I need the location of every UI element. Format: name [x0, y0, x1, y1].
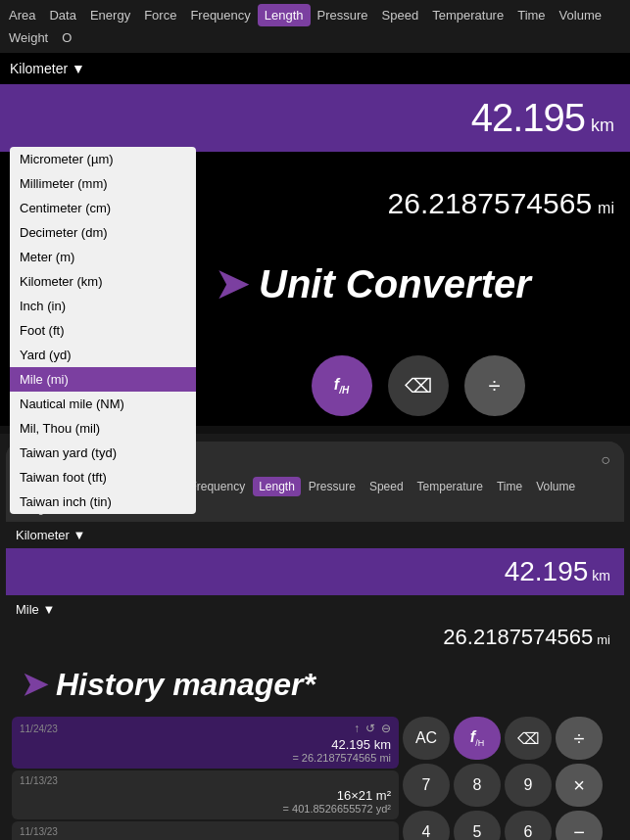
- calc-key-7[interactable]: 7: [403, 764, 450, 807]
- calc-key-label: 9: [524, 776, 533, 794]
- calc-key-label: 8: [473, 776, 482, 794]
- dropdown-list: Micrometer (µm)Millimeter (mm)Centimeter…: [10, 147, 196, 514]
- expand-icon[interactable]: ○: [601, 451, 610, 469]
- history-main-value: 42.195 km: [20, 737, 391, 752]
- bottom-nav-length[interactable]: Length: [253, 477, 301, 496]
- dropdown-item[interactable]: Centimeter (cm): [10, 196, 196, 220]
- dropdown-item[interactable]: Millimeter (mm): [10, 171, 196, 196]
- banner: ➤ Unit Converter: [216, 261, 531, 306]
- dropdown-item[interactable]: Micrometer (µm): [10, 147, 196, 171]
- calc-key-[interactable]: ×: [556, 764, 603, 807]
- calc-key-label: 6: [524, 823, 533, 840]
- calc-key-label: f/H: [470, 728, 484, 748]
- result-display: 42.195 km: [0, 84, 630, 152]
- banner2-area: ➤ History manager*: [6, 656, 624, 713]
- history-item[interactable]: 11/24/23↑↺⊖42.195 km= 26.2187574565 mi: [12, 717, 399, 769]
- calc-row: 456−: [403, 811, 618, 840]
- history-sub-value: = 401.8526655572 yd²: [20, 803, 391, 815]
- calc-key-label: ⌫: [517, 729, 540, 748]
- history-action-icon[interactable]: ⊖: [381, 722, 391, 735]
- result-value: 42.195: [471, 96, 585, 140]
- nav-item-speed[interactable]: Speed: [375, 4, 426, 26]
- nav-item-force[interactable]: Force: [137, 4, 183, 26]
- function-button[interactable]: f/H: [312, 355, 372, 416]
- banner-arrow: ➤: [216, 261, 249, 306]
- bottom-from-unit-label: mi: [597, 632, 610, 647]
- dropdown-item[interactable]: Nautical mile (NM): [10, 392, 196, 416]
- bottom-result-display: 42.195 km: [6, 548, 624, 595]
- history-date: 11/13/23: [20, 826, 58, 837]
- nav-item-weight[interactable]: Weight: [2, 26, 55, 49]
- divide-icon: ÷: [488, 373, 500, 398]
- nav-item-o[interactable]: O: [55, 26, 78, 49]
- bottom-to-unit-button[interactable]: Kilometer ▼: [16, 528, 85, 542]
- history-action-icon[interactable]: ↑: [354, 722, 360, 735]
- calc-key-label: ×: [573, 774, 585, 797]
- calc-key-9[interactable]: 9: [505, 764, 552, 807]
- calc-key-label: ÷: [574, 727, 585, 750]
- dropdown-item[interactable]: Yard (yd): [10, 343, 196, 367]
- calc-key-4[interactable]: 4: [403, 811, 450, 840]
- nav-item-energy[interactable]: Energy: [83, 4, 137, 26]
- bottom-result-value: 42.195: [505, 556, 589, 587]
- bottom-nav-time[interactable]: Time: [491, 477, 528, 496]
- nav-item-pressure[interactable]: Pressure: [311, 4, 375, 26]
- bottom-result-unit: km: [592, 568, 610, 583]
- bottom-from-button[interactable]: Mile ▼: [16, 602, 55, 617]
- to-unit-selector: Kilometer ▼: [0, 53, 630, 84]
- bottom-nav-speed[interactable]: Speed: [363, 477, 410, 496]
- calc-key-[interactable]: ÷: [556, 717, 603, 760]
- dropdown-item[interactable]: Taiwan yard (tyd): [10, 441, 196, 465]
- dropdown-item[interactable]: Mil, Thou (mil): [10, 416, 196, 441]
- calc-key-8[interactable]: 8: [454, 764, 501, 807]
- bottom-nav-volume[interactable]: Volume: [530, 477, 581, 496]
- function-label: f/H: [334, 376, 349, 396]
- top-section: AreaDataEnergyForceFrequencyLengthPressu…: [0, 0, 630, 426]
- from-result-unit: mi: [598, 200, 614, 217]
- divide-button[interactable]: ÷: [464, 355, 525, 416]
- bottom-from-result: 26.2187574565 mi: [6, 623, 624, 656]
- dropdown-item[interactable]: Decimeter (dm): [10, 220, 196, 245]
- nav-item-data[interactable]: Data: [42, 4, 82, 26]
- to-unit-button[interactable]: Kilometer ▼: [10, 61, 85, 76]
- from-result-value: 26.2187574565: [388, 187, 593, 220]
- dropdown-item[interactable]: Mile (mi): [10, 367, 196, 392]
- calc-key-[interactable]: ⌫: [505, 717, 552, 760]
- history-action-icon[interactable]: ↺: [365, 722, 375, 735]
- dropdown-item[interactable]: Kilometer (km): [10, 269, 196, 294]
- nav-item-area[interactable]: Area: [2, 4, 42, 26]
- nav-item-temperature[interactable]: Temperature: [425, 4, 510, 26]
- dropdown-item[interactable]: Foot (ft): [10, 318, 196, 343]
- calc-key-5[interactable]: 5: [454, 811, 501, 840]
- dropdown-item[interactable]: Taiwan inch (tin): [10, 490, 196, 514]
- banner-label: Unit Converter: [259, 262, 531, 306]
- dropdown-item[interactable]: Meter (m): [10, 245, 196, 269]
- nav-item-length[interactable]: Length: [258, 4, 311, 26]
- bottom-to-unit-selector: Kilometer ▼: [6, 522, 624, 548]
- calc-row: 789×: [403, 764, 618, 807]
- nav-item-time[interactable]: Time: [510, 4, 552, 26]
- calc-key-6[interactable]: 6: [505, 811, 552, 840]
- history-date: 11/24/23: [20, 723, 58, 734]
- history-item[interactable]: 11/13/2337 °C= 98.6 °F: [12, 821, 399, 840]
- calc-key-fh[interactable]: f/H: [454, 717, 501, 760]
- bottom-nav-temperature[interactable]: Temperature: [412, 477, 489, 496]
- calc-key-ac[interactable]: AC: [403, 717, 450, 760]
- nav-item-volume[interactable]: Volume: [553, 4, 608, 26]
- bottom-from-row: Mile ▼: [6, 595, 624, 623]
- banner2-label: History manager*: [56, 667, 315, 703]
- history-panel: 11/24/23↑↺⊖42.195 km= 26.2187574565 mi11…: [12, 717, 399, 840]
- backspace-button[interactable]: ⌫: [388, 355, 449, 416]
- bottom-nav-pressure[interactable]: Pressure: [303, 477, 362, 496]
- dropdown-item[interactable]: Taiwan foot (tft): [10, 465, 196, 490]
- calc-key-label: 5: [473, 823, 482, 840]
- calc-key-[interactable]: −: [556, 811, 603, 840]
- history-item[interactable]: 11/13/2316×21 m²= 401.8526655572 yd²: [12, 770, 399, 819]
- nav-item-frequency[interactable]: Frequency: [183, 4, 257, 26]
- banner2-arrow: ➤: [22, 666, 48, 703]
- calc-key-label: AC: [415, 729, 437, 747]
- calc-key-label: 7: [422, 776, 431, 794]
- dropdown-item[interactable]: Inch (in): [10, 294, 196, 318]
- calc-grid: ACf/H⌫÷789×456−123+♪0.=: [403, 717, 618, 840]
- lower-grid: 11/24/23↑↺⊖42.195 km= 26.2187574565 mi11…: [6, 713, 624, 840]
